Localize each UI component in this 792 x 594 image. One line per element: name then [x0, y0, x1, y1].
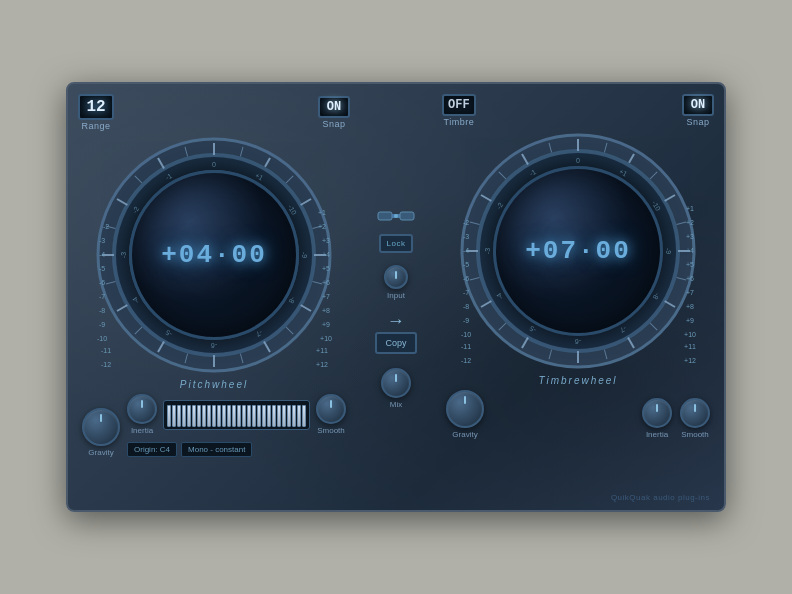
right-smooth-knob[interactable] — [680, 398, 710, 428]
key-23[interactable] — [277, 405, 281, 427]
key-24[interactable] — [282, 405, 286, 427]
svg-text:-8: -8 — [99, 307, 105, 314]
key-26[interactable] — [292, 405, 296, 427]
left-smooth-label: Smooth — [317, 426, 345, 435]
svg-line-4 — [265, 158, 270, 167]
left-wheel-container: 0 -1 -2 -3 -4 -5 -6 -7 -8 -9 -10 +1 — [94, 135, 334, 375]
svg-text:-5: -5 — [463, 261, 469, 268]
svg-text:+6: +6 — [322, 279, 330, 286]
range-display[interactable]: 12 — [78, 94, 114, 120]
key-25[interactable] — [287, 405, 291, 427]
svg-text:-8: -8 — [463, 303, 469, 310]
svg-line-10 — [301, 305, 311, 311]
timbre-label: Timbre — [443, 117, 474, 127]
svg-line-86 — [481, 301, 491, 307]
svg-text:-5: -5 — [99, 265, 105, 272]
key-19[interactable] — [257, 405, 261, 427]
svg-text:+2: +2 — [686, 219, 694, 226]
key-28[interactable] — [302, 405, 306, 427]
right-gravity-knob[interactable] — [446, 390, 484, 428]
svg-text:-9: -9 — [99, 321, 105, 328]
svg-text:+7: +7 — [322, 293, 330, 300]
right-top-controls: OFF Timbre ON Snap — [442, 94, 714, 127]
key-7[interactable] — [197, 405, 201, 427]
svg-text:-7: -7 — [255, 329, 264, 338]
key-27[interactable] — [297, 405, 301, 427]
svg-text:-3: -3 — [99, 237, 105, 244]
key-11[interactable] — [217, 405, 221, 427]
key-17[interactable] — [247, 405, 251, 427]
svg-text:-3: -3 — [463, 233, 469, 240]
svg-text:-4: -4 — [495, 292, 504, 301]
left-snap-display[interactable]: ON — [318, 96, 350, 118]
key-18[interactable] — [252, 405, 256, 427]
lock-button[interactable]: Lock — [379, 234, 414, 253]
svg-line-19 — [106, 281, 116, 284]
key-6[interactable] — [192, 405, 196, 427]
left-wheel-inner[interactable]: +04·00 — [129, 170, 299, 340]
svg-line-17 — [135, 327, 142, 334]
right-wheel-container: 0 -1 -2 -3 -4 -5 -6 -7 -8 -9 -10 +1 — [458, 131, 698, 371]
key-20[interactable] — [262, 405, 266, 427]
key-22[interactable] — [272, 405, 276, 427]
svg-text:-7: -7 — [99, 293, 105, 300]
left-wheel-name: Pitchwheel — [180, 379, 248, 390]
svg-text:-9: -9 — [665, 248, 672, 254]
copy-button[interactable]: Copy — [375, 332, 416, 354]
left-inertia-knob[interactable] — [127, 394, 157, 424]
svg-line-16 — [158, 342, 164, 352]
input-label: Input — [387, 291, 405, 300]
key-16[interactable] — [242, 405, 246, 427]
svg-text:-3: -3 — [120, 252, 127, 258]
key-1[interactable] — [167, 405, 171, 427]
key-14[interactable] — [232, 405, 236, 427]
mix-label: Mix — [390, 400, 402, 409]
key-12[interactable] — [222, 405, 226, 427]
svg-line-6 — [301, 199, 311, 205]
svg-text:-8: -8 — [652, 292, 661, 301]
key-2[interactable] — [172, 405, 176, 427]
right-snap-display[interactable]: ON — [682, 94, 714, 116]
svg-text:+11: +11 — [316, 347, 328, 354]
svg-text:+2: +2 — [318, 223, 326, 230]
mode-box[interactable]: Mono - constant — [181, 442, 252, 457]
keyboard-area[interactable] — [163, 400, 310, 430]
svg-text:+3: +3 — [686, 233, 694, 240]
left-gravity-knob[interactable] — [82, 408, 120, 446]
key-5[interactable] — [187, 405, 191, 427]
key-9[interactable] — [207, 405, 211, 427]
key-3[interactable] — [177, 405, 181, 427]
svg-text:-11: -11 — [101, 347, 111, 354]
input-knob[interactable] — [384, 265, 408, 289]
key-10[interactable] — [212, 405, 216, 427]
svg-line-18 — [117, 305, 127, 311]
left-smooth-group: Smooth — [316, 394, 346, 435]
svg-text:-2: -2 — [463, 219, 469, 226]
svg-text:+3: +3 — [322, 237, 330, 244]
left-section: 12 Range ON Snap — [68, 84, 360, 510]
key-21[interactable] — [267, 405, 271, 427]
key-4[interactable] — [182, 405, 186, 427]
plug-connector — [376, 208, 416, 224]
origin-box[interactable]: Origin: C4 — [127, 442, 177, 457]
key-8[interactable] — [202, 405, 206, 427]
svg-line-72 — [629, 154, 634, 163]
right-wheel-inner[interactable]: +07·00 — [493, 166, 663, 336]
timbre-display[interactable]: OFF — [442, 94, 476, 116]
left-bottom-knobs: Gravity Inertia — [78, 394, 350, 457]
svg-line-9 — [313, 281, 323, 284]
svg-text:+8: +8 — [322, 307, 330, 314]
right-wheel-name: Timbrewheel — [538, 375, 617, 386]
mix-knob[interactable] — [381, 368, 411, 398]
input-group: Input — [384, 265, 408, 300]
svg-line-12 — [264, 342, 270, 352]
right-display: +07·00 — [525, 236, 631, 266]
svg-text:-2: -2 — [103, 223, 109, 230]
bottom-info: Origin: C4 Mono - constant — [127, 442, 346, 457]
key-15[interactable] — [237, 405, 241, 427]
left-smooth-knob[interactable] — [316, 394, 346, 424]
plugin-body: 12 Range ON Snap — [66, 82, 726, 512]
svg-text:-6: -6 — [211, 342, 217, 349]
key-13[interactable] — [227, 405, 231, 427]
right-inertia-knob[interactable] — [642, 398, 672, 428]
